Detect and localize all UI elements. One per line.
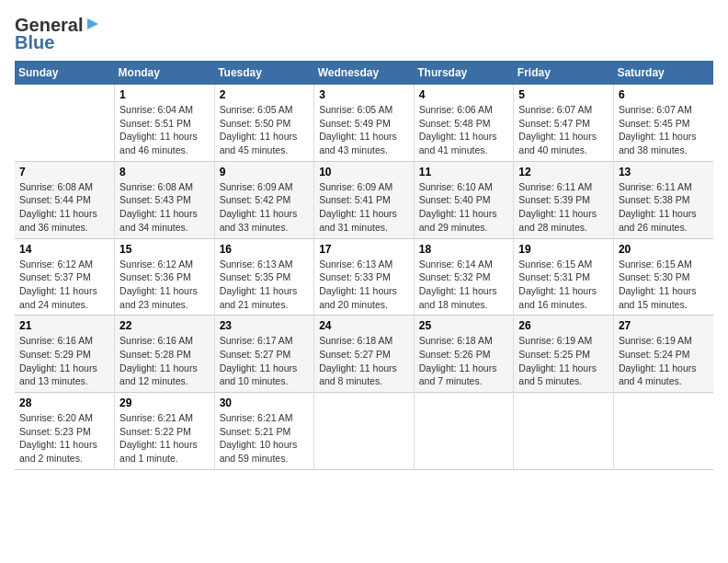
calendar-cell: 30Sunrise: 6:21 AM Sunset: 5:21 PM Dayli… bbox=[214, 393, 314, 470]
day-info: Sunrise: 6:18 AM Sunset: 5:26 PM Dayligh… bbox=[419, 334, 509, 388]
logo: General Blue bbox=[15, 15, 102, 53]
day-number: 17 bbox=[319, 243, 409, 256]
logo-arrow-icon bbox=[84, 15, 102, 33]
day-number: 5 bbox=[518, 88, 609, 101]
day-number: 24 bbox=[319, 319, 409, 332]
day-number: 12 bbox=[518, 166, 609, 178]
day-info: Sunrise: 6:11 AM Sunset: 5:39 PM Dayligh… bbox=[518, 180, 609, 235]
day-number: 1 bbox=[119, 88, 210, 101]
calendar-cell: 24Sunrise: 6:18 AM Sunset: 5:27 PM Dayli… bbox=[314, 316, 415, 393]
day-info: Sunrise: 6:12 AM Sunset: 5:36 PM Dayligh… bbox=[119, 258, 210, 312]
calendar-header-tuesday: Tuesday bbox=[214, 61, 314, 85]
day-info: Sunrise: 6:04 AM Sunset: 5:51 PM Dayligh… bbox=[119, 103, 210, 157]
calendar-cell: 6Sunrise: 6:07 AM Sunset: 5:45 PM Daylig… bbox=[613, 85, 713, 161]
day-info: Sunrise: 6:07 AM Sunset: 5:47 PM Dayligh… bbox=[518, 103, 609, 157]
day-info: Sunrise: 6:05 AM Sunset: 5:49 PM Dayligh… bbox=[319, 103, 409, 157]
day-number: 4 bbox=[419, 88, 509, 101]
day-info: Sunrise: 6:21 AM Sunset: 5:22 PM Dayligh… bbox=[119, 411, 210, 465]
logo-blue: Blue bbox=[15, 32, 54, 53]
day-number: 6 bbox=[619, 88, 709, 101]
calendar-cell bbox=[613, 393, 713, 470]
calendar-header-friday: Friday bbox=[514, 61, 614, 85]
calendar-cell: 17Sunrise: 6:13 AM Sunset: 5:33 PM Dayli… bbox=[314, 238, 415, 316]
calendar-cell bbox=[514, 393, 614, 470]
day-info: Sunrise: 6:10 AM Sunset: 5:40 PM Dayligh… bbox=[419, 180, 509, 235]
calendar-cell bbox=[414, 393, 514, 470]
day-info: Sunrise: 6:20 AM Sunset: 5:23 PM Dayligh… bbox=[19, 411, 109, 465]
day-info: Sunrise: 6:11 AM Sunset: 5:38 PM Dayligh… bbox=[619, 180, 709, 235]
day-info: Sunrise: 6:13 AM Sunset: 5:35 PM Dayligh… bbox=[220, 258, 310, 312]
calendar-cell bbox=[314, 393, 415, 470]
calendar-cell: 21Sunrise: 6:16 AM Sunset: 5:29 PM Dayli… bbox=[15, 316, 115, 393]
day-info: Sunrise: 6:21 AM Sunset: 5:21 PM Dayligh… bbox=[220, 411, 310, 465]
day-number: 21 bbox=[19, 319, 109, 332]
calendar-cell: 18Sunrise: 6:14 AM Sunset: 5:32 PM Dayli… bbox=[414, 238, 514, 316]
day-number: 3 bbox=[319, 88, 409, 101]
calendar-header-wednesday: Wednesday bbox=[314, 61, 415, 85]
day-number: 30 bbox=[220, 396, 310, 409]
calendar-week-row: 21Sunrise: 6:16 AM Sunset: 5:29 PM Dayli… bbox=[15, 316, 713, 393]
day-number: 14 bbox=[19, 243, 109, 256]
calendar-week-row: 14Sunrise: 6:12 AM Sunset: 5:37 PM Dayli… bbox=[15, 238, 713, 316]
calendar-week-row: 1Sunrise: 6:04 AM Sunset: 5:51 PM Daylig… bbox=[15, 85, 713, 161]
day-info: Sunrise: 6:16 AM Sunset: 5:29 PM Dayligh… bbox=[19, 334, 109, 388]
calendar-cell: 27Sunrise: 6:19 AM Sunset: 5:24 PM Dayli… bbox=[613, 316, 713, 393]
calendar-cell: 26Sunrise: 6:19 AM Sunset: 5:25 PM Dayli… bbox=[514, 316, 614, 393]
calendar-cell: 20Sunrise: 6:15 AM Sunset: 5:30 PM Dayli… bbox=[613, 238, 713, 316]
calendar-cell: 25Sunrise: 6:18 AM Sunset: 5:26 PM Dayli… bbox=[414, 316, 514, 393]
calendar-cell bbox=[15, 85, 115, 161]
calendar-cell: 10Sunrise: 6:09 AM Sunset: 5:41 PM Dayli… bbox=[314, 161, 415, 238]
day-number: 19 bbox=[518, 243, 609, 256]
day-number: 20 bbox=[619, 243, 709, 256]
day-number: 25 bbox=[419, 319, 509, 332]
calendar-header-monday: Monday bbox=[115, 61, 215, 85]
calendar-cell: 14Sunrise: 6:12 AM Sunset: 5:37 PM Dayli… bbox=[15, 238, 115, 316]
calendar-week-row: 28Sunrise: 6:20 AM Sunset: 5:23 PM Dayli… bbox=[15, 393, 713, 470]
day-number: 15 bbox=[119, 243, 210, 256]
calendar-table: SundayMondayTuesdayWednesdayThursdayFrid… bbox=[15, 61, 713, 470]
svg-marker-0 bbox=[87, 18, 98, 29]
day-info: Sunrise: 6:17 AM Sunset: 5:27 PM Dayligh… bbox=[220, 334, 310, 388]
day-info: Sunrise: 6:07 AM Sunset: 5:45 PM Dayligh… bbox=[619, 103, 709, 157]
day-info: Sunrise: 6:15 AM Sunset: 5:30 PM Dayligh… bbox=[619, 258, 709, 312]
calendar-cell: 7Sunrise: 6:08 AM Sunset: 5:44 PM Daylig… bbox=[15, 161, 115, 238]
calendar-cell: 4Sunrise: 6:06 AM Sunset: 5:48 PM Daylig… bbox=[414, 85, 514, 161]
day-number: 28 bbox=[19, 396, 109, 409]
calendar-cell: 1Sunrise: 6:04 AM Sunset: 5:51 PM Daylig… bbox=[115, 85, 215, 161]
day-number: 13 bbox=[619, 166, 709, 178]
day-number: 9 bbox=[220, 166, 310, 178]
calendar-cell: 15Sunrise: 6:12 AM Sunset: 5:36 PM Dayli… bbox=[115, 238, 215, 316]
day-info: Sunrise: 6:09 AM Sunset: 5:41 PM Dayligh… bbox=[319, 180, 409, 235]
day-number: 23 bbox=[220, 319, 310, 332]
page-header: General Blue bbox=[15, 15, 713, 53]
day-info: Sunrise: 6:19 AM Sunset: 5:25 PM Dayligh… bbox=[518, 334, 609, 388]
day-info: Sunrise: 6:12 AM Sunset: 5:37 PM Dayligh… bbox=[19, 258, 109, 312]
calendar-header-sunday: Sunday bbox=[15, 61, 115, 85]
calendar-cell: 13Sunrise: 6:11 AM Sunset: 5:38 PM Dayli… bbox=[613, 161, 713, 238]
calendar-cell: 3Sunrise: 6:05 AM Sunset: 5:49 PM Daylig… bbox=[314, 85, 415, 161]
day-number: 16 bbox=[220, 243, 310, 256]
day-number: 8 bbox=[119, 166, 210, 178]
day-number: 29 bbox=[119, 396, 210, 409]
calendar-header-row: SundayMondayTuesdayWednesdayThursdayFrid… bbox=[15, 61, 713, 85]
calendar-header-thursday: Thursday bbox=[414, 61, 514, 85]
day-number: 18 bbox=[419, 243, 509, 256]
day-number: 10 bbox=[319, 166, 409, 178]
calendar-cell: 28Sunrise: 6:20 AM Sunset: 5:23 PM Dayli… bbox=[15, 393, 115, 470]
day-number: 11 bbox=[419, 166, 509, 178]
day-info: Sunrise: 6:14 AM Sunset: 5:32 PM Dayligh… bbox=[419, 258, 509, 312]
calendar-cell: 9Sunrise: 6:09 AM Sunset: 5:42 PM Daylig… bbox=[214, 161, 314, 238]
day-info: Sunrise: 6:19 AM Sunset: 5:24 PM Dayligh… bbox=[619, 334, 709, 388]
calendar-cell: 22Sunrise: 6:16 AM Sunset: 5:28 PM Dayli… bbox=[115, 316, 215, 393]
day-info: Sunrise: 6:05 AM Sunset: 5:50 PM Dayligh… bbox=[220, 103, 310, 157]
day-info: Sunrise: 6:08 AM Sunset: 5:44 PM Dayligh… bbox=[19, 180, 109, 235]
day-number: 2 bbox=[220, 88, 310, 101]
day-number: 22 bbox=[119, 319, 210, 332]
day-number: 27 bbox=[619, 319, 709, 332]
calendar-week-row: 7Sunrise: 6:08 AM Sunset: 5:44 PM Daylig… bbox=[15, 161, 713, 238]
calendar-cell: 29Sunrise: 6:21 AM Sunset: 5:22 PM Dayli… bbox=[115, 393, 215, 470]
calendar-cell: 5Sunrise: 6:07 AM Sunset: 5:47 PM Daylig… bbox=[514, 85, 614, 161]
calendar-cell: 2Sunrise: 6:05 AM Sunset: 5:50 PM Daylig… bbox=[214, 85, 314, 161]
calendar-cell: 8Sunrise: 6:08 AM Sunset: 5:43 PM Daylig… bbox=[115, 161, 215, 238]
day-number: 26 bbox=[518, 319, 609, 332]
